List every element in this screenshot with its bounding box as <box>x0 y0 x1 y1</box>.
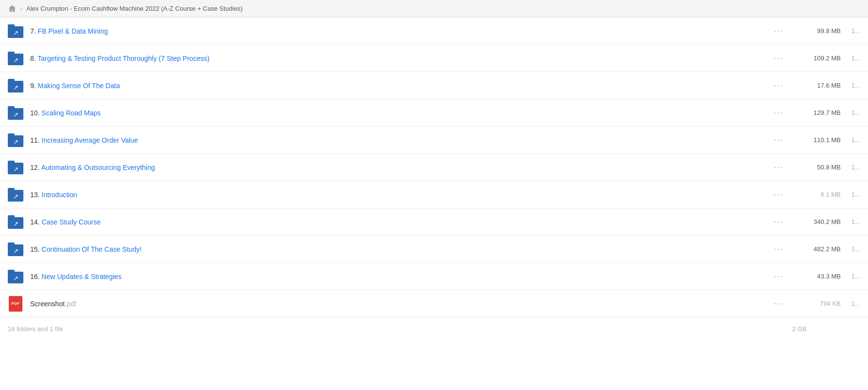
file-size: 17.6 MB <box>797 82 841 89</box>
file-row-row-8[interactable]: ↗ 8. Targeting & Testing Product Thoroug… <box>0 45 868 72</box>
footer: 16 folders and 1 file 2 GB <box>0 317 868 338</box>
more-button[interactable]: ··· <box>770 25 787 37</box>
file-row-row-7[interactable]: ↗ 7. FB Pixel & Data Mining···99.8 MB1..… <box>0 18 868 45</box>
file-size: 340.2 MB <box>797 218 841 225</box>
file-name: 12. Automating & Outsourcing Everything <box>30 164 770 171</box>
more-button[interactable]: ··· <box>770 107 787 119</box>
file-size: 6.1 MB <box>797 191 841 198</box>
file-size: 110.1 MB <box>797 136 841 144</box>
more-button[interactable]: ··· <box>770 270 787 283</box>
file-size: 50.8 MB <box>797 164 841 171</box>
more-button[interactable]: ··· <box>770 79 787 92</box>
file-size: 129.7 MB <box>797 109 841 116</box>
more-button[interactable]: ··· <box>770 297 787 310</box>
folder-icon: ↗ <box>8 269 23 284</box>
folder-icon: ↗ <box>8 51 23 66</box>
more-button[interactable]: ··· <box>770 188 787 201</box>
file-row-row-screenshot[interactable]: PDF Screenshot.pdf···794 KB1... <box>0 290 868 317</box>
file-date: 1... <box>850 300 860 307</box>
footer-size: 2 GB <box>792 325 860 333</box>
file-name: 8. Targeting & Testing Product Thoroughl… <box>30 55 770 62</box>
file-size: 794 KB <box>797 300 841 307</box>
folder-icon: ↗ <box>8 132 23 148</box>
file-name: 10. Scaling Road Maps <box>30 109 770 117</box>
file-name: 7. FB Pixel & Data Mining <box>30 27 770 35</box>
file-date: 1... <box>850 191 860 198</box>
more-button[interactable]: ··· <box>770 161 787 174</box>
file-row-row-9[interactable]: ↗ 9. Making Sense Of The Data···17.6 MB1… <box>0 72 868 99</box>
folder-icon: ↗ <box>8 78 23 93</box>
folder-icon: ↗ <box>8 241 23 257</box>
file-date: 1... <box>850 109 860 116</box>
file-size: 99.8 MB <box>797 27 841 35</box>
breadcrumb-chevron: › <box>20 5 22 12</box>
home-icon[interactable] <box>8 4 17 13</box>
folder-icon: ↗ <box>8 214 23 230</box>
file-date: 1... <box>850 245 860 253</box>
more-button[interactable]: ··· <box>770 216 787 228</box>
file-name: 11. Increasing Average Order Value <box>30 136 770 144</box>
file-size: 109.2 MB <box>797 55 841 62</box>
file-size: 43.3 MB <box>797 273 841 280</box>
folder-icon: ↗ <box>8 105 23 121</box>
file-date: 1... <box>850 164 860 171</box>
file-row-row-14[interactable]: ↗ 14. Case Study Course···340.2 MB1... <box>0 208 868 236</box>
file-date: 1... <box>850 273 860 280</box>
file-row-row-15[interactable]: ↗ 15. Continuation Of The Case Study!···… <box>0 236 868 263</box>
title-bar: › Alex Crumpton - Ecom Cashflow Machine … <box>0 0 868 18</box>
folder-icon: ↗ <box>8 23 23 39</box>
file-name: 16. New Updates & Strategies <box>30 273 770 280</box>
footer-count: 16 folders and 1 file <box>8 325 63 333</box>
file-list: ↗ 7. FB Pixel & Data Mining···99.8 MB1..… <box>0 18 868 317</box>
file-date: 1... <box>850 27 860 35</box>
file-size: 482.2 MB <box>797 245 841 253</box>
breadcrumb-title: Alex Crumpton - Ecom Cashflow Machine 20… <box>26 5 243 12</box>
file-name: Screenshot.pdf <box>30 300 770 308</box>
file-name: 14. Case Study Course <box>30 218 770 226</box>
file-row-row-16[interactable]: ↗ 16. New Updates & Strategies···43.3 MB… <box>0 263 868 290</box>
more-button[interactable]: ··· <box>770 52 787 65</box>
file-row-row-11[interactable]: ↗ 11. Increasing Average Order Value···1… <box>0 127 868 154</box>
more-button[interactable]: ··· <box>770 134 787 147</box>
file-date: 1... <box>850 218 860 225</box>
file-name: 15. Continuation Of The Case Study! <box>30 245 770 253</box>
file-row-row-10[interactable]: ↗ 10. Scaling Road Maps···129.7 MB1... <box>0 99 868 127</box>
file-date: 1... <box>850 82 860 89</box>
file-date: 1... <box>850 136 860 144</box>
more-button[interactable]: ··· <box>770 243 787 256</box>
file-name: 9. Making Sense Of The Data <box>30 82 770 90</box>
folder-icon: ↗ <box>8 187 23 203</box>
file-row-row-12[interactable]: ↗ 12. Automating & Outsourcing Everythin… <box>0 154 868 181</box>
folder-icon: ↗ <box>8 160 23 175</box>
file-name: 13. Introduction <box>30 191 770 199</box>
file-date: 1... <box>850 55 860 62</box>
file-row-row-13[interactable]: ↗ 13. Introduction···6.1 MB1... <box>0 181 868 208</box>
pdf-icon: PDF <box>8 296 23 312</box>
